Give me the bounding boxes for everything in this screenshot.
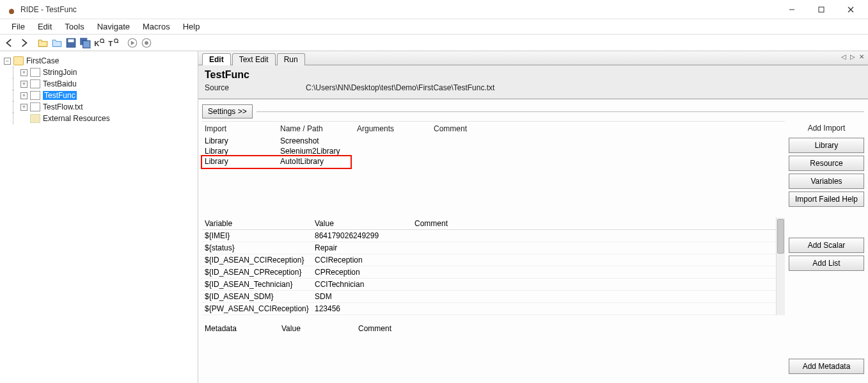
minimize-button[interactable] — [777, 0, 807, 19]
file-icon — [30, 102, 40, 111]
forward-icon[interactable] — [18, 37, 29, 49]
divider — [256, 111, 864, 112]
col-name: Name / Path — [280, 124, 357, 133]
scrollbar[interactable] — [776, 218, 785, 315]
tree-pane: − FirstCase + StringJoin + TestBaidu + T… — [0, 51, 198, 383]
tree-item-label: TestBaidu — [43, 79, 77, 88]
col-metadata: Metadata — [205, 324, 281, 333]
stop-icon[interactable] — [141, 37, 152, 49]
settings-button[interactable]: Settings >> — [202, 104, 253, 118]
content-pane: Edit Text Edit Run ◁ ▷ ✕ TestFunc Source… — [198, 51, 868, 383]
menu-edit[interactable]: Edit — [31, 20, 58, 33]
menu-file[interactable]: File — [5, 20, 31, 33]
tab-next-icon[interactable]: ▷ — [850, 53, 855, 60]
variable-row[interactable]: ${ID_ASEAN_CCIReception}CCIReception — [202, 254, 785, 266]
tab-prev-icon[interactable]: ◁ — [841, 53, 846, 60]
maximize-button[interactable] — [807, 0, 836, 19]
tree-root[interactable]: − FirstCase — [4, 55, 196, 67]
save-all-icon[interactable] — [79, 37, 91, 49]
import-cell: Library — [205, 147, 280, 156]
tab-run[interactable]: Run — [277, 53, 305, 65]
tree-item[interactable]: + TestBaidu — [4, 78, 196, 90]
tree-item[interactable]: + TestFlow.txt — [4, 101, 196, 113]
tree-item[interactable]: + TestFunc — [4, 90, 196, 101]
keyword-search-icon[interactable]: K — [93, 37, 105, 49]
test-search-icon[interactable]: T — [107, 37, 119, 49]
expander-icon[interactable]: + — [20, 81, 28, 88]
variable-comment-cell — [414, 256, 782, 265]
save-icon[interactable] — [65, 37, 77, 49]
import-row[interactable]: Library Screenshot — [202, 136, 785, 146]
app-icon — [6, 4, 17, 15]
col-import: Import — [205, 124, 280, 133]
scrollbar-thumb[interactable] — [777, 219, 784, 254]
open-folder-icon[interactable] — [37, 37, 49, 49]
variable-value-cell: 123456 — [315, 304, 414, 313]
menu-help[interactable]: Help — [177, 20, 207, 33]
svg-text:K: K — [94, 39, 100, 47]
import-row[interactable]: Library Selenium2Library — [202, 146, 785, 156]
variable-row[interactable]: ${ID_ASEAN_SDM}SDM — [202, 291, 785, 303]
library-button[interactable]: Library — [789, 138, 864, 153]
tab-edit[interactable]: Edit — [202, 53, 231, 65]
close-button[interactable] — [836, 0, 865, 19]
window-title: RIDE - TestFunc — [20, 5, 77, 14]
import-name-cell: Selenium2Library — [280, 147, 357, 156]
variable-comment-cell — [414, 304, 782, 313]
variable-comment-cell — [414, 280, 782, 289]
variable-comment-cell — [414, 268, 782, 277]
expander-icon[interactable]: + — [20, 104, 28, 111]
tree-item-label: TestFlow.txt — [43, 102, 83, 111]
imports-table: Import Name / Path Arguments Comment Lib… — [202, 121, 785, 167]
menu-tools[interactable]: Tools — [58, 20, 90, 33]
expander-icon — [20, 115, 28, 122]
main-split: − FirstCase + StringJoin + TestBaidu + T… — [0, 51, 868, 383]
import-cell: Library — [205, 136, 280, 145]
expander-icon[interactable]: + — [20, 92, 28, 99]
open-suite-icon[interactable] — [51, 37, 63, 49]
svg-line-14 — [117, 42, 118, 43]
tab-text-edit[interactable]: Text Edit — [232, 53, 276, 65]
tree-item-label: StringJoin — [43, 68, 77, 77]
menu-macros[interactable]: Macros — [136, 20, 177, 33]
back-icon[interactable] — [4, 37, 15, 49]
metadata-table: Metadata Value Comment — [202, 323, 785, 334]
tree-item[interactable]: + StringJoin — [4, 67, 196, 78]
import-cell: Library — [205, 157, 280, 166]
toolbar: K T — [0, 35, 868, 51]
import-row[interactable]: Library AutoItLibrary — [202, 156, 785, 167]
variable-row[interactable]: ${PW_ASEAN_CCIReception}123456 — [202, 303, 785, 315]
expander-icon[interactable]: + — [20, 69, 28, 76]
add-scalar-button[interactable]: Add Scalar — [789, 238, 864, 253]
variable-comment-cell — [414, 292, 782, 301]
variable-value-cell: CCITechnician — [315, 280, 414, 289]
variable-row[interactable]: ${status}Repair — [202, 242, 785, 254]
file-icon — [30, 68, 40, 77]
tab-close-icon[interactable]: ✕ — [859, 53, 864, 60]
title-bar: RIDE - TestFunc — [0, 0, 868, 19]
file-icon — [30, 79, 40, 88]
header-box: TestFunc Source C:\Users\NN\Desktop\test… — [198, 65, 868, 99]
variable-value-cell: 864179026249299 — [315, 231, 414, 240]
svg-text:T: T — [108, 39, 113, 47]
col-value: Value — [281, 324, 358, 333]
variable-row[interactable]: ${ID_ASEAN_CPReception}CPReception — [202, 266, 785, 279]
add-list-button[interactable]: Add List — [789, 256, 864, 271]
svg-rect-8 — [83, 40, 90, 47]
run-icon[interactable] — [127, 37, 138, 49]
variables-button[interactable]: Variables — [789, 174, 864, 189]
tree-external[interactable]: External Resources — [4, 113, 196, 124]
variable-row[interactable]: ${IMEI}864179026249299 — [202, 230, 785, 242]
add-metadata-button[interactable]: Add Metadata — [789, 359, 864, 374]
variable-row[interactable]: ${ID_ASEAN_Technician}CCITechnician — [202, 279, 785, 291]
expander-icon[interactable]: − — [4, 58, 11, 65]
resource-button[interactable]: Resource — [789, 156, 864, 171]
variable-name-cell: ${ID_ASEAN_CPReception} — [205, 268, 315, 277]
menu-navigate[interactable]: Navigate — [91, 20, 136, 33]
variable-value-cell: CPReception — [315, 268, 414, 277]
variable-name-cell: ${ID_ASEAN_CCIReception} — [205, 256, 315, 265]
tree-root-label: FirstCase — [26, 56, 59, 65]
import-name-cell: Screenshot — [280, 136, 357, 145]
variable-comment-cell — [414, 243, 782, 252]
import-failed-help-button[interactable]: Import Failed Help — [789, 192, 864, 207]
